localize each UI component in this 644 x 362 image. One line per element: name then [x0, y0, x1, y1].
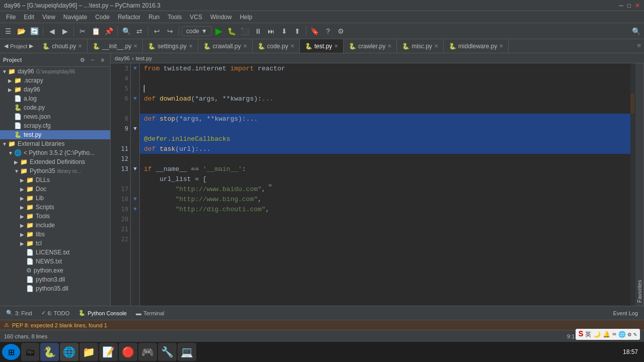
- taskbar-file-explorer[interactable]: 🗂: [21, 343, 39, 361]
- code-line-5[interactable]: [140, 83, 635, 94]
- fold-13[interactable]: ▼: [131, 164, 139, 174]
- sidebar-item-scrapy[interactable]: ▶ 📁 .scrapy: [0, 76, 110, 85]
- sidebar-item-tools[interactable]: ▶ 📁 Tools: [0, 212, 110, 221]
- step-over-btn[interactable]: ⏭: [265, 25, 277, 37]
- taskbar-word[interactable]: 📝: [99, 343, 118, 361]
- code-editor[interactable]: 3 4 5 6 8 9 11 12 13 17 18 19 20 21 22: [111, 63, 644, 306]
- code-line-17[interactable]: [140, 154, 635, 164]
- back-btn[interactable]: ◀: [46, 25, 58, 37]
- sidebar-item-libs[interactable]: ▶ 📁 libs: [0, 230, 110, 239]
- close-icon[interactable]: ✕: [78, 43, 82, 49]
- paste-btn[interactable]: 📌: [103, 25, 115, 37]
- close-icon[interactable]: ✕: [387, 43, 391, 49]
- minimize-button[interactable]: ─: [619, 2, 623, 9]
- project-toggle-btn[interactable]: ☰: [2, 25, 14, 37]
- close-icon[interactable]: ✕: [243, 43, 247, 49]
- sidebar-item-dlls[interactable]: ▶ 📁 DLLs: [0, 175, 110, 185]
- stop-btn[interactable]: ⬛: [239, 25, 251, 37]
- tabs-more-btn[interactable]: ≡: [637, 42, 644, 50]
- todo-tool-btn[interactable]: ✓ 6: TODO: [37, 307, 74, 319]
- step-out-btn[interactable]: ⬆: [291, 25, 303, 37]
- sidebar-item-alog[interactable]: 📄 a.log: [0, 94, 110, 103]
- copy-btn[interactable]: 📋: [90, 25, 102, 37]
- code-line-18[interactable]: if __name__ == '__main__' :: [140, 164, 635, 174]
- menu-code[interactable]: Code: [91, 13, 114, 22]
- pause-btn[interactable]: ⏸: [252, 25, 264, 37]
- debug-btn[interactable]: 🐛: [226, 25, 238, 37]
- python-console-btn[interactable]: 🐍 Python Console: [74, 307, 131, 319]
- start-button[interactable]: ⊞: [2, 344, 20, 360]
- sidebar-item-extended-defs[interactable]: ▶ 📁 Extended Definitions: [0, 157, 110, 166]
- ime-keyboard-icon[interactable]: ⌨: [612, 331, 616, 338]
- menu-window[interactable]: Window: [206, 13, 236, 22]
- event-log-btn[interactable]: Event Log: [609, 307, 642, 319]
- ime-lang-label[interactable]: 英: [585, 330, 591, 339]
- code-line-22[interactable]: "http://dig.chouti.com" ,: [140, 204, 635, 214]
- close-icon[interactable]: ✕: [189, 43, 193, 49]
- sidebar-item-python35dll[interactable]: 📄 python35.dll: [0, 284, 110, 293]
- menu-run[interactable]: Run: [144, 13, 164, 22]
- ime-pencil-icon[interactable]: ✎: [633, 331, 637, 338]
- tab-settings[interactable]: 🐍 settings.py ✕: [143, 39, 198, 53]
- code-line-19[interactable]: url_list = [: [140, 174, 635, 184]
- open-btn[interactable]: 📂: [15, 25, 27, 37]
- ime-network-icon[interactable]: 🌐: [618, 331, 626, 338]
- undo-btn[interactable]: ↩: [151, 25, 163, 37]
- tab-crawlall[interactable]: 🐍 crawlall.py ✕: [198, 39, 253, 53]
- code-line-11[interactable]: [140, 124, 635, 134]
- sidebar-item-include[interactable]: ▶ 📁 include: [0, 221, 110, 230]
- menu-refactor[interactable]: Refactor: [114, 13, 144, 22]
- replace-btn[interactable]: ⇄: [133, 25, 145, 37]
- code-line-3[interactable]: from twisted.internet import reactor: [140, 63, 635, 73]
- maximize-button[interactable]: □: [627, 2, 631, 9]
- ime-bell-icon[interactable]: 🔔: [603, 331, 610, 338]
- breadcrumb-day96[interactable]: day96: [115, 55, 130, 61]
- help-btn[interactable]: ?: [322, 25, 334, 37]
- menu-tools[interactable]: Tools: [164, 13, 186, 22]
- menu-edit[interactable]: Edit: [20, 13, 38, 22]
- sidebar-item-python352[interactable]: ▼ 🌐 < Python 3.5.2 (C:\Pytho...: [0, 148, 110, 157]
- redo-btn[interactable]: ↪: [164, 25, 176, 37]
- code-line-9[interactable]: def stop (*args, **kwargs): ...: [140, 114, 635, 124]
- close-icon[interactable]: ✕: [434, 43, 438, 49]
- fold-19[interactable]: ▼: [131, 204, 139, 214]
- tab-test[interactable]: 🐍 test.py ✕: [300, 39, 344, 53]
- step-into-btn[interactable]: ⬇: [278, 25, 290, 37]
- find-tool-btn[interactable]: 🔍 3: Find: [2, 307, 36, 319]
- taskbar-app8[interactable]: 🔧: [158, 343, 177, 361]
- sidebar-item-newsjson[interactable]: 📄 news.json: [0, 112, 110, 121]
- taskbar-explorer[interactable]: 📁: [79, 343, 98, 361]
- taskbar-chrome[interactable]: 🌐: [60, 343, 78, 361]
- ime-gear-icon[interactable]: ⚙: [628, 331, 631, 338]
- code-line-4[interactable]: [140, 73, 635, 83]
- sidebar-item-python35[interactable]: ▼ 📁 Python35 library ro...: [0, 166, 110, 175]
- sidebar-item-testpy[interactable]: 🐍 test.py: [0, 130, 110, 139]
- close-icon[interactable]: ✕: [334, 43, 338, 49]
- code-line-20[interactable]: "http://www.baidu.com" ,: [140, 184, 635, 194]
- terminal-btn[interactable]: ▬ Terminal: [132, 307, 169, 319]
- menu-vcs[interactable]: VCS: [186, 13, 206, 22]
- taskbar-app9[interactable]: 💻: [178, 343, 196, 361]
- run-btn[interactable]: ▶: [213, 25, 225, 37]
- menu-navigate[interactable]: Navigate: [59, 13, 91, 22]
- tab-chouti[interactable]: 🐍 chouti.py ✕: [37, 39, 88, 53]
- tab-crawler[interactable]: 🐍 crawler.py ✕: [344, 39, 397, 53]
- sidebar-gear-btn[interactable]: ≡: [98, 55, 107, 64]
- close-button[interactable]: ✕: [635, 2, 640, 9]
- sidebar-settings-btn[interactable]: ⚙: [78, 55, 87, 64]
- settings-btn[interactable]: ⚙: [335, 25, 347, 37]
- cut-btn[interactable]: ✂: [76, 25, 89, 37]
- ime-moon-icon[interactable]: 🌙: [593, 331, 601, 338]
- taskbar-red-app[interactable]: 🔴: [119, 343, 137, 361]
- search-btn[interactable]: 🔍: [120, 25, 132, 37]
- sidebar-item-python3dll[interactable]: 📄 python3.dll: [0, 275, 110, 284]
- fold-6[interactable]: ▼: [131, 94, 139, 104]
- taskbar-pycharm[interactable]: 🐍: [40, 343, 59, 361]
- close-icon[interactable]: ✕: [499, 43, 503, 49]
- menu-help[interactable]: Help: [236, 13, 257, 22]
- fold-18[interactable]: ▼: [131, 194, 139, 204]
- sidebar-item-scripts[interactable]: ▶ 📁 Scripts: [0, 203, 110, 212]
- sidebar-item-external-libs[interactable]: ▼ 📁 External Libraries: [0, 139, 110, 148]
- sync-btn[interactable]: 🔄: [28, 25, 40, 37]
- tab-code[interactable]: 🐍 code.py ✕: [253, 39, 300, 53]
